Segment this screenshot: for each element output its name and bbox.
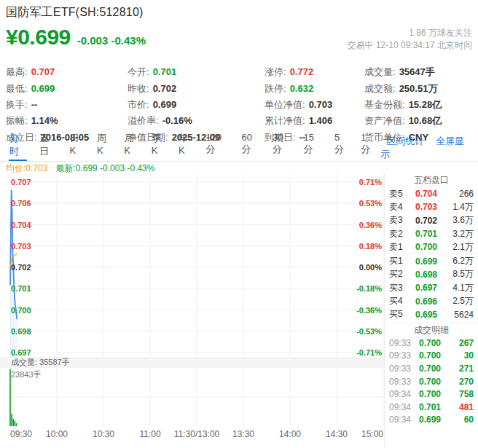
tab-5分[interactable]: 5分 [334,129,348,161]
price-axis-label: 0.703 [11,242,31,251]
trade-log-list: 09:330.70026709:330.7003009:330.70027109… [385,337,478,426]
tab-日K[interactable]: 日K [69,129,85,161]
order-book-row[interactable]: 卖10.7002.1万 [385,240,478,254]
trade-log-row: 09:330.700270 [385,375,478,388]
time-axis-label: 09:30 [10,429,32,439]
tab-1分[interactable]: 1分 [360,129,375,161]
order-book-row[interactable]: 卖20.7013.2万 [385,227,478,240]
order-book-row[interactable]: 卖30.7023.6万 [385,214,478,227]
stat-cell: 跌停:0.632 [265,82,364,95]
percent-axis-label: 0.18% [359,242,382,251]
time-axis-label: 14:30 [326,429,348,439]
stat-cell: 基金份额:15.28亿 [364,98,478,111]
stat-cell: 单位净值:0.703 [265,98,364,111]
trade-log-row: 09:330.700271 [385,362,478,375]
percent-axis-label: 0.36% [359,221,382,229]
stat-cell: 换手:-- [6,98,128,111]
trade-log-row: 09:340.700758 [385,388,478,401]
price-axis-label: 0.700 [11,306,31,315]
stat-cell: 最高:0.707 [6,66,128,79]
followers-count: 1.86 万球友关注 [348,27,472,39]
stat-cell: 昨收:0.702 [128,82,265,95]
time-axis-label: 11:30/13:00 [174,429,220,439]
percent-axis-label: -0.53% [356,327,382,336]
order-book-row[interactable]: 买40.6962.5万 [385,294,478,307]
price-axis-label: 0.702 [11,263,31,272]
tab-60分[interactable]: 60分 [240,129,260,161]
time-axis-label: 10:00 [46,429,68,439]
volume-pane[interactable]: 23843手 [0,368,384,426]
time-axis: 09:3010:0010:3011:0011:30/13:0013:3014:0… [0,426,384,441]
tab-15分[interactable]: 15分 [303,129,323,161]
time-axis-label: 15:00 [361,429,383,439]
price-axis-label: 0.701 [11,284,31,293]
stat-cell: 资产净值:10.68亿 [364,114,478,127]
stat-cell: 溢价率:-0.16% [128,114,265,127]
tab-五日[interactable]: 五日 [39,129,57,161]
market-status: 1.86 万球友关注 交易中 12-10 09:34:17 北京时间 [348,27,472,52]
tab-30分[interactable]: 30分 [272,129,291,161]
price-axis-label: 0.697 [11,348,31,357]
price-axis-label: 0.707 [11,178,31,186]
order-book-title: 五档盘口 [385,173,478,187]
order-book-row[interactable]: 卖40.7031.4万 [385,200,478,213]
trade-log-row: 09:330.700267 [385,337,478,350]
page-title: 国防军工ETF(SH:512810) [6,5,144,20]
order-book-row[interactable]: 买30.6974.1万 [385,281,478,294]
trade-log-title: 成交明细 [385,323,478,337]
tab-list: 分时五日日K周K月K季K年K120分60分30分15分5分1分 [0,129,380,161]
stat-cell: 成交量:35647手 [364,66,478,79]
tab-links: 区间统计全屏显示 [380,135,474,161]
tab-120分[interactable]: 120分 [205,129,229,161]
right-panel: 五档盘口 卖50.704266卖40.7031.4万卖30.7023.6万卖20… [384,173,478,448]
time-axis-label: 11:00 [139,429,160,439]
bid-list: 买10.6996.2万买20.6988.5万买30.6974.1万买40.696… [385,254,478,321]
link-区间统计[interactable]: 区间统计 [386,135,424,146]
tab-周K[interactable]: 周K [96,129,111,161]
order-book-row[interactable]: 买20.6988.5万 [385,268,478,281]
chart-region: 0.7070.7060.7040.7030.7020.7010.7000.698… [0,173,478,448]
session-time: 交易中 12-10 09:34:17 北京时间 [348,39,472,52]
price-axis-label: 0.698 [11,327,31,336]
percent-axis-label: 0.53% [359,199,382,208]
percent-axis-label: 0.00% [359,263,382,272]
stat-cell: 成交额:250.51万 [364,82,478,95]
price-axis-label: 0.704 [11,221,31,229]
tab-季K[interactable]: 季K [151,129,166,161]
trade-log-row: 09:340.69960 [385,414,478,427]
time-axis-label: 13:30 [232,429,254,439]
volume-axis-max: 23843手 [11,369,42,380]
tab-月K[interactable]: 月K [123,129,138,161]
time-axis-label: 14:00 [279,429,301,439]
stat-cell: 最低:0.699 [6,82,128,95]
order-book-row[interactable]: 买50.6955624 [385,308,478,321]
volume-strip-label: 成交量: 35587手 [0,357,384,368]
tab-分时[interactable]: 分时 [9,129,27,161]
stat-cell: 涨停:0.772 [265,66,364,79]
order-book-row[interactable]: 卖50.704266 [385,187,478,200]
stat-cell: 累计净值:1.406 [265,114,364,127]
percent-axis-label: 0.71% [359,178,382,186]
percent-axis-label: -0.18% [356,284,382,293]
tab-年K[interactable]: 年K [178,129,193,161]
stat-cell: 振幅:1.14% [6,114,128,127]
ask-list: 卖50.704266卖40.7031.4万卖30.7023.6万卖20.7013… [385,187,478,254]
intraday-chart[interactable]: 0.7070.7060.7040.7030.7020.7010.7000.698… [0,173,384,448]
price-axis-label: 0.706 [11,199,31,208]
price-row: ¥0.699 -0.003 -0.43% [6,25,146,50]
stat-cell: 市价:0.699 [128,98,265,111]
order-book-row[interactable]: 买10.6996.2万 [385,254,478,267]
trade-log-row: 09:330.70030 [385,350,478,363]
stat-cell: 今开:0.701 [128,66,265,79]
price-pane[interactable]: 0.7070.7060.7040.7030.7020.7010.7000.698… [0,173,384,357]
time-axis-label: 10:30 [93,429,114,439]
percent-axis-label: -0.71% [356,348,382,357]
percent-axis-label: -0.36% [356,306,382,315]
price-change: -0.003 -0.43% [77,34,146,47]
current-price: ¥0.699 [6,25,71,50]
period-tabbar: 分时五日日K周K月K季K年K120分60分30分15分5分1分 区间统计全屏显示 [0,143,478,162]
trade-log-row: 09:340.701481 [385,401,478,414]
